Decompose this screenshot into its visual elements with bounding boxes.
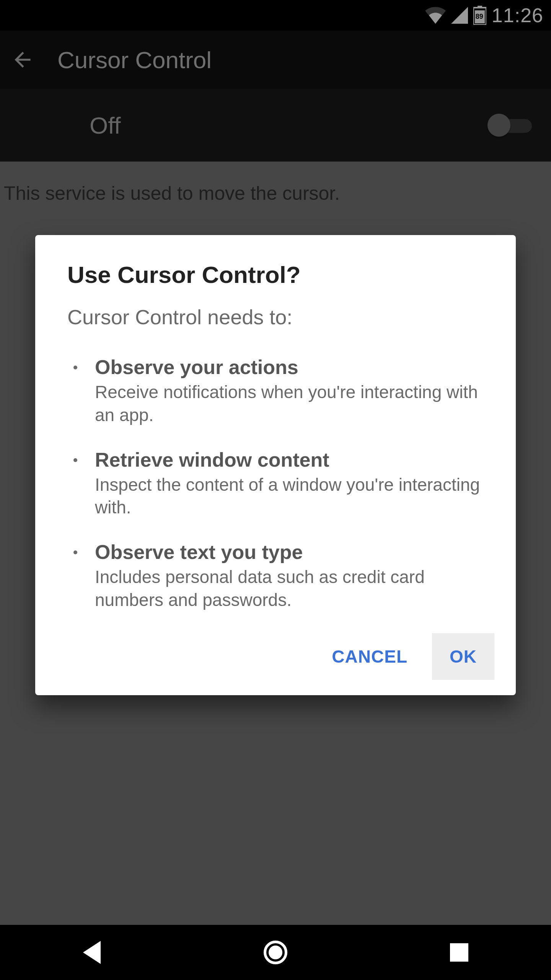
permission-desc: Includes personal data such as credit ca… (95, 566, 491, 612)
permission-title: Observe your actions (95, 356, 491, 379)
permission-item: Observe text you type Includes personal … (73, 541, 491, 612)
nav-back-button[interactable] (78, 939, 106, 966)
permission-dialog: Use Cursor Control? Cursor Control needs… (35, 235, 516, 695)
bullet-icon (73, 458, 77, 462)
ok-button[interactable]: OK (432, 633, 494, 680)
nav-recent-button[interactable] (445, 939, 473, 966)
nav-home-button[interactable] (262, 939, 289, 966)
cancel-button[interactable]: CANCEL (314, 633, 425, 680)
permission-list: Observe your actions Receive notificatio… (67, 356, 494, 612)
navigation-bar (0, 925, 551, 980)
dialog-actions: CANCEL OK (67, 633, 494, 680)
bullet-icon (73, 366, 77, 369)
dialog-subtitle: Cursor Control needs to: (67, 305, 494, 329)
permission-item: Observe your actions Receive notificatio… (73, 356, 491, 427)
permission-title: Observe text you type (95, 541, 491, 564)
dialog-title: Use Cursor Control? (67, 261, 494, 288)
permission-desc: Receive notifications when you're intera… (95, 381, 491, 427)
permission-item: Retrieve window content Inspect the cont… (73, 448, 491, 519)
bullet-icon (73, 550, 77, 554)
permission-desc: Inspect the content of a window you're i… (95, 474, 491, 519)
permission-title: Retrieve window content (95, 448, 491, 471)
